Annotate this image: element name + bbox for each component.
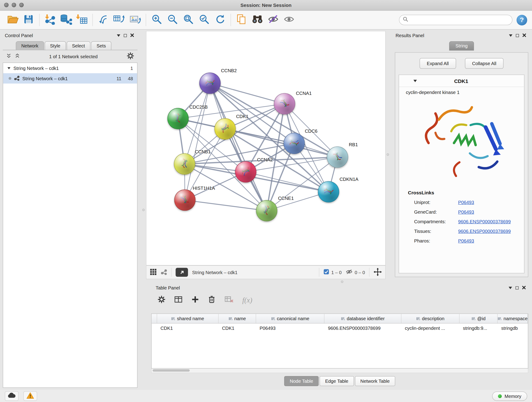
hidden-eye-slash-icon[interactable]: [346, 269, 353, 276]
crosslink-link[interactable]: P06493: [458, 209, 474, 215]
zoom-fit-button[interactable]: [181, 12, 196, 27]
show-all-button[interactable]: [281, 12, 297, 27]
table-cell[interactable]: stringdb: [498, 324, 528, 332]
table-cell[interactable]: 9606.ENSP00000378699: [324, 324, 401, 332]
crosslink-link[interactable]: 9606.ENSP00000378699: [458, 219, 511, 224]
column-header-name[interactable]: name: [219, 314, 256, 323]
network-node-ccnb1[interactable]: [174, 153, 195, 175]
network-node-cdc25b[interactable]: [167, 108, 189, 129]
column-header-description[interactable]: description: [401, 314, 460, 323]
birdseye-grid-icon[interactable]: [150, 268, 157, 276]
table-cell[interactable]: stringdb:9...: [460, 324, 498, 332]
memory-button[interactable]: Memory: [492, 391, 527, 401]
column-header-database-identifier[interactable]: database identifier: [324, 314, 401, 323]
tab-select[interactable]: Select: [66, 41, 90, 50]
warnings-button[interactable]: [23, 391, 37, 401]
tab-style[interactable]: Style: [44, 41, 66, 50]
import-network-from-file-button[interactable]: [42, 12, 58, 27]
search-input[interactable]: [411, 17, 509, 23]
expand-all-icon[interactable]: [15, 53, 20, 60]
network-edge[interactable]: [210, 83, 267, 211]
protein-collapse-icon[interactable]: [413, 80, 417, 82]
close-panel-icon[interactable]: [522, 33, 526, 38]
network-node-hist1h1a[interactable]: [174, 190, 196, 211]
scrollbar-thumb[interactable]: [152, 369, 190, 372]
network-canvas[interactable]: CCNB2CCNA1CDC25BCDK1CDC6RB1CCNB1CCNA2CDK…: [146, 31, 386, 265]
add-column-icon[interactable]: [191, 296, 199, 305]
panel-menu-icon[interactable]: [509, 34, 513, 37]
show-columns-icon[interactable]: [174, 296, 183, 305]
splitter-handle[interactable]: [387, 153, 389, 156]
new-network-from-table-button[interactable]: [111, 12, 127, 27]
network-node-cdc6[interactable]: [284, 133, 305, 154]
copy-document-button[interactable]: [234, 12, 249, 27]
table-settings-gear-icon[interactable]: [158, 296, 165, 305]
panel-menu-icon[interactable]: [117, 34, 120, 37]
tab-edge-table[interactable]: Edge Table: [320, 376, 354, 386]
close-panel-icon[interactable]: [130, 33, 134, 38]
collapse-all-button[interactable]: Collapse All: [465, 58, 504, 69]
network-node-cdkn1a[interactable]: [318, 181, 339, 203]
close-panel-icon[interactable]: [522, 285, 526, 290]
tab-node-table[interactable]: Node Table: [284, 376, 319, 386]
pan-crosshair-icon[interactable]: [374, 268, 382, 277]
column-header-@id[interactable]: @id: [460, 314, 498, 323]
open-session-button[interactable]: [5, 12, 21, 27]
network-node-cdk1[interactable]: [215, 118, 236, 140]
toolbar-search[interactable]: [399, 15, 513, 25]
import-table-from-file-button[interactable]: [74, 12, 90, 27]
network-row[interactable]: String Network – cdk1 11 48: [3, 73, 137, 84]
table-row[interactable]: CDK1CDK1P064939606.ENSP00000378699cyclin…: [152, 324, 528, 332]
zoom-in-button[interactable]: [149, 12, 165, 27]
network-node-rb1[interactable]: [327, 147, 348, 168]
search-network-button[interactable]: [249, 12, 265, 27]
network-collection-row[interactable]: String Network – cdk1 1: [3, 63, 137, 73]
tab-network[interactable]: Network: [16, 41, 44, 50]
selected-checkbox-icon[interactable]: [323, 269, 329, 276]
crosslinks-list: Uniprot:P06493GeneCard:P06493Compartment…: [399, 197, 524, 245]
expand-all-button[interactable]: Expand All: [419, 58, 456, 69]
network-edge[interactable]: [185, 83, 210, 200]
crosslink-link[interactable]: P06493: [458, 200, 474, 205]
collapse-all-icon[interactable]: [6, 53, 12, 60]
crosslink-link[interactable]: P06493: [458, 238, 474, 243]
float-panel-icon[interactable]: [516, 34, 519, 37]
tab-string[interactable]: String: [449, 41, 474, 51]
network-overview-icon[interactable]: [161, 269, 167, 276]
column-header-canonical-name[interactable]: canonical name: [256, 314, 324, 323]
column-header-shared-name[interactable]: shared name: [157, 314, 219, 323]
network-node-ccna1[interactable]: [274, 93, 295, 115]
network-node-ccna2[interactable]: [235, 161, 256, 183]
table-hscrollbar[interactable]: [151, 369, 528, 373]
column-header-namespace[interactable]: namespace: [498, 314, 528, 323]
splitter-handle[interactable]: [142, 209, 145, 211]
table-cell[interactable]: CDK1: [157, 324, 219, 332]
save-session-button[interactable]: [21, 12, 36, 27]
hide-selected-button[interactable]: [265, 12, 281, 27]
zoom-out-button[interactable]: [165, 12, 181, 27]
table-cell[interactable]: CDK1: [219, 324, 256, 332]
import-network-from-database-button[interactable]: [58, 12, 74, 27]
open-in-window-button[interactable]: [176, 268, 188, 277]
splitter-handle[interactable]: [341, 281, 343, 283]
zoom-selected-button[interactable]: [196, 12, 212, 27]
panel-menu-icon[interactable]: [509, 287, 512, 289]
new-network-button[interactable]: [95, 12, 111, 27]
float-panel-icon[interactable]: [124, 34, 127, 37]
delete-column-trash-icon[interactable]: [208, 295, 215, 305]
apply-layout-button[interactable]: [212, 12, 228, 27]
network-node-ccne1[interactable]: [256, 200, 278, 221]
network-edge[interactable]: [185, 200, 267, 211]
tab-sets[interactable]: Sets: [91, 41, 112, 50]
float-panel-icon[interactable]: [515, 286, 519, 289]
collection-expand-icon[interactable]: [7, 67, 11, 69]
tab-network-table[interactable]: Network Table: [355, 376, 395, 386]
export-image-button[interactable]: [127, 12, 143, 27]
help-button[interactable]: ?: [517, 15, 527, 26]
network-node-ccnb2[interactable]: [199, 73, 221, 94]
table-cell[interactable]: P06493: [256, 324, 324, 332]
crosslink-link[interactable]: 9606.ENSP00000378699: [458, 229, 511, 234]
table-cell[interactable]: cyclin-dependent ...: [401, 324, 460, 332]
gear-icon[interactable]: [127, 52, 134, 61]
cloud-button[interactable]: [5, 391, 19, 401]
